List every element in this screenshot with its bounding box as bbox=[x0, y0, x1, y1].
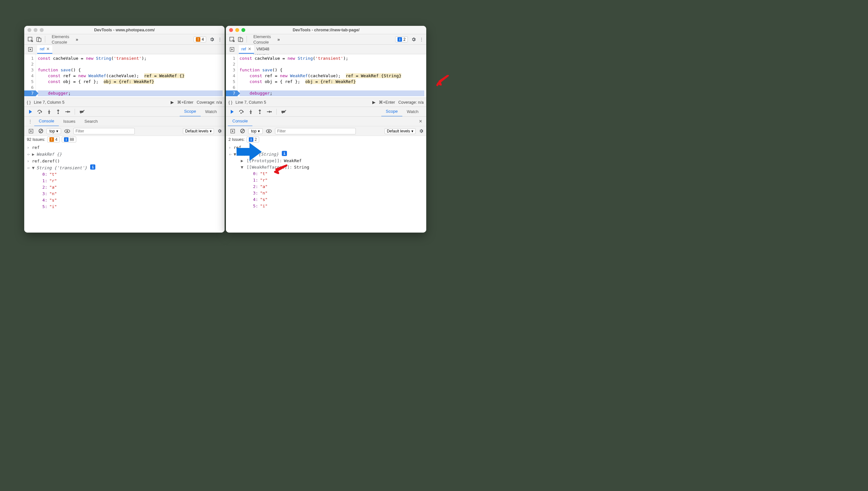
svg-point-7 bbox=[69, 111, 70, 112]
context-selector[interactable]: top▾ bbox=[248, 128, 263, 134]
log-levels-selector[interactable]: Default levels▾ bbox=[183, 128, 214, 134]
console-settings-icon[interactable] bbox=[217, 128, 222, 134]
drawer-tab-issues[interactable]: Issues bbox=[59, 117, 80, 126]
console-filter-input[interactable] bbox=[73, 128, 135, 134]
deactivate-breakpoints-button[interactable] bbox=[80, 110, 86, 114]
step-into-button[interactable] bbox=[249, 110, 253, 114]
inspect-icon[interactable] bbox=[26, 34, 34, 44]
close-file-icon[interactable]: ✕ bbox=[46, 47, 50, 51]
drawer-tab-console[interactable]: Console bbox=[228, 117, 252, 126]
execute-icon[interactable] bbox=[27, 129, 35, 134]
run-icon[interactable]: ▶ bbox=[171, 100, 174, 105]
log-levels-selector[interactable]: Default levels▾ bbox=[385, 128, 416, 134]
clear-console-icon[interactable] bbox=[38, 128, 43, 134]
svg-rect-14 bbox=[240, 38, 243, 42]
info-icon[interactable]: i bbox=[282, 151, 287, 156]
scope-tab-watch[interactable]: Watch bbox=[402, 107, 423, 117]
file-tab[interactable]: VM348 bbox=[254, 45, 272, 54]
window-title: DevTools - www.photopea.com/ bbox=[24, 28, 225, 32]
file-tab[interactable]: ref✕ bbox=[239, 45, 254, 54]
file-tab[interactable]: ref✕ bbox=[37, 45, 52, 54]
issues-badge[interactable]: i 2 bbox=[395, 36, 408, 42]
scope-tab-scope[interactable]: Scope bbox=[381, 107, 402, 117]
zoom-dot[interactable] bbox=[242, 28, 245, 32]
close-file-icon[interactable]: ✕ bbox=[248, 47, 251, 51]
console-input-line[interactable]: ›ref bbox=[27, 144, 222, 151]
drawer-menu-icon[interactable]: ⋮ bbox=[26, 119, 34, 124]
tab-elements[interactable]: Elements bbox=[249, 34, 275, 40]
close-dot[interactable] bbox=[27, 28, 31, 32]
execute-icon[interactable] bbox=[228, 129, 237, 134]
annotation-arrow-red-2 bbox=[273, 164, 287, 176]
drawer-tab-console[interactable]: Console bbox=[34, 117, 59, 126]
code-content[interactable]: const cacheValue = new String('transient… bbox=[36, 54, 225, 97]
run-icon[interactable]: ▶ bbox=[372, 100, 375, 105]
titlebar[interactable]: DevTools - chrome://new-tab-page/ bbox=[226, 26, 426, 34]
warning-icon: ! bbox=[196, 37, 200, 42]
step-over-button[interactable] bbox=[239, 110, 244, 114]
resume-icon[interactable] bbox=[26, 47, 34, 52]
step-out-button[interactable] bbox=[257, 110, 262, 114]
pretty-print-icon[interactable]: { } bbox=[27, 100, 31, 105]
console-output-line[interactable]: ‹·▶ WeakRef {} bbox=[27, 151, 222, 157]
svg-point-16 bbox=[241, 112, 242, 114]
zoom-dot[interactable] bbox=[40, 28, 44, 32]
line-gutter[interactable]: 1234567 bbox=[226, 54, 237, 97]
console-output-line[interactable]: ‹·▼ String {'transient'}i bbox=[27, 165, 222, 171]
minimize-dot[interactable] bbox=[34, 28, 37, 32]
drawer-tab-search[interactable]: Search bbox=[80, 117, 102, 126]
scope-tab-watch[interactable]: Watch bbox=[201, 107, 221, 117]
clear-console-icon[interactable] bbox=[240, 128, 245, 134]
close-drawer-icon[interactable]: ✕ bbox=[417, 119, 424, 124]
debug-toolbar: ScopeWatch bbox=[24, 107, 225, 116]
window-title: DevTools - chrome://new-tab-page/ bbox=[226, 28, 426, 32]
step-button[interactable] bbox=[65, 110, 70, 114]
kebab-icon[interactable]: ⋮ bbox=[218, 37, 222, 42]
svg-rect-2 bbox=[38, 38, 41, 42]
live-expression-icon[interactable] bbox=[266, 129, 272, 133]
live-expression-icon[interactable] bbox=[64, 129, 70, 133]
step-button[interactable] bbox=[267, 110, 272, 114]
line-gutter[interactable]: 1234567 bbox=[24, 54, 36, 97]
resume-button[interactable] bbox=[27, 110, 33, 114]
inspect-icon[interactable] bbox=[228, 34, 236, 44]
code-editor[interactable]: 1234567 const cacheValue = new String('t… bbox=[24, 54, 225, 97]
step-over-button[interactable] bbox=[37, 110, 42, 114]
device-icon[interactable] bbox=[236, 34, 245, 44]
more-tabs-icon[interactable]: » bbox=[74, 34, 80, 44]
svg-point-19 bbox=[271, 111, 272, 112]
svg-point-5 bbox=[49, 113, 50, 114]
window-controls bbox=[229, 28, 245, 32]
pretty-print-icon[interactable]: { } bbox=[228, 100, 232, 105]
context-selector[interactable]: top▾ bbox=[47, 128, 61, 134]
coverage-label[interactable]: Coverage: n/a bbox=[398, 100, 424, 105]
info-icon[interactable]: i bbox=[90, 165, 95, 170]
titlebar[interactable]: DevTools - www.photopea.com/ bbox=[24, 26, 225, 34]
console-output[interactable]: ›ref‹·▶ WeakRef {}›ref.deref()‹·▼ String… bbox=[24, 143, 225, 233]
console-settings-icon[interactable] bbox=[419, 128, 424, 134]
code-editor[interactable]: 1234567 const cacheValue = new String('t… bbox=[226, 54, 426, 97]
resume-button[interactable] bbox=[229, 110, 234, 114]
deactivate-breakpoints-button[interactable] bbox=[281, 110, 288, 114]
kebab-icon[interactable]: ⋮ bbox=[419, 37, 424, 42]
coverage-label[interactable]: Coverage: n/a bbox=[196, 100, 222, 105]
device-icon[interactable] bbox=[34, 34, 43, 44]
svg-point-18 bbox=[259, 113, 260, 114]
minimize-dot[interactable] bbox=[235, 28, 239, 32]
more-tabs-icon[interactable]: » bbox=[275, 34, 282, 44]
scope-tab-scope[interactable]: Scope bbox=[180, 107, 201, 117]
editor-status-bar: { } Line 7, Column 5 ▶ ⌘+Enter Coverage:… bbox=[24, 97, 225, 107]
gear-icon[interactable] bbox=[411, 37, 416, 42]
tab-elements[interactable]: Elements bbox=[47, 34, 74, 40]
console-toolbar: top▾ Default levels▾ bbox=[24, 126, 225, 136]
gear-icon[interactable] bbox=[209, 37, 215, 42]
console-issues-bar[interactable]: 92 Issues: !4 i88 bbox=[24, 136, 225, 143]
issues-badge[interactable]: ! 4 bbox=[194, 36, 206, 42]
console-filter-input[interactable] bbox=[275, 128, 356, 134]
step-out-button[interactable] bbox=[56, 110, 60, 114]
code-content[interactable]: const cacheValue = new String('transient… bbox=[237, 54, 426, 97]
close-dot[interactable] bbox=[229, 28, 233, 32]
resume-icon[interactable] bbox=[228, 47, 236, 52]
console-input-line[interactable]: ›ref.deref() bbox=[27, 157, 222, 165]
step-into-button[interactable] bbox=[47, 110, 51, 114]
